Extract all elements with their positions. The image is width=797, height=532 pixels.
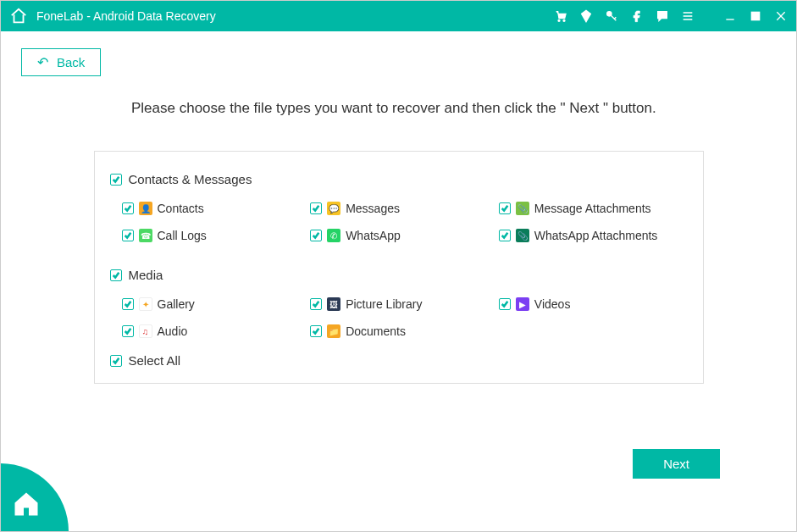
whatsapp-icon: ✆ [327, 229, 340, 242]
checkbox[interactable] [122, 298, 134, 310]
app-logo-icon [9, 7, 28, 25]
maximize-icon[interactable] [749, 9, 762, 23]
cart-icon[interactable] [554, 9, 567, 23]
checkbox[interactable] [499, 202, 511, 214]
item-audio[interactable]: ♫ Audio [122, 324, 311, 338]
svg-rect-6 [751, 12, 759, 19]
item-label: Picture Library [346, 297, 422, 311]
checkbox[interactable] [122, 325, 134, 337]
checkbox[interactable] [310, 230, 322, 241]
back-arrow-icon: ↶ [37, 54, 48, 70]
item-documents[interactable]: 📁 Documents [310, 324, 499, 338]
item-label: Messages [346, 202, 400, 215]
checkbox[interactable] [310, 202, 322, 214]
item-message-attachments[interactable]: 📎 Message Attachments [499, 202, 688, 215]
app-window: FoneLab - Android Data Recovery ↶ Back P… [0, 0, 797, 532]
item-label: Call Logs [158, 229, 207, 242]
checkbox[interactable] [499, 230, 511, 241]
titlebar-icons [554, 9, 788, 23]
audio-icon: ♫ [139, 324, 152, 338]
item-messages[interactable]: 💬 Messages [310, 202, 499, 215]
item-label: WhatsApp Attachments [534, 229, 658, 242]
documents-icon: 📁 [327, 324, 340, 338]
item-label: Audio [158, 324, 188, 338]
titlebar: FoneLab - Android Data Recovery [1, 1, 796, 31]
checkbox[interactable] [499, 298, 511, 310]
item-label: Documents [346, 324, 406, 338]
item-label: Videos [534, 297, 571, 311]
section-media-title: Media [129, 268, 163, 282]
svg-point-4 [662, 14, 663, 15]
diamond-icon[interactable] [579, 9, 593, 23]
key-icon[interactable] [605, 9, 618, 23]
section-contacts-header[interactable]: Contacts & Messages [110, 172, 688, 186]
item-label: Message Attachments [534, 202, 651, 215]
contacts-row-2: ☎ Call Logs ✆ WhatsApp 📎 WhatsApp Attach… [122, 229, 688, 242]
contacts-row-1: 👤 Contacts 💬 Messages 📎 Message Attachme… [122, 202, 688, 215]
item-contacts[interactable]: 👤 Contacts [122, 202, 311, 215]
msg-attach-icon: 📎 [516, 202, 529, 215]
checkbox-contacts-section[interactable] [110, 174, 122, 186]
svg-point-5 [665, 14, 666, 15]
checkbox-select-all[interactable] [110, 355, 122, 367]
feedback-icon[interactable] [656, 9, 669, 23]
app-title: FoneLab - Android Data Recovery [36, 9, 216, 23]
file-type-panel: Contacts & Messages 👤 Contacts 💬 Message… [94, 151, 704, 384]
checkbox[interactable] [310, 325, 322, 337]
item-label: WhatsApp [346, 229, 401, 242]
media-row-2: ♫ Audio 📁 Documents [122, 324, 688, 338]
item-gallery[interactable]: ✦ Gallery [122, 297, 311, 311]
back-label: Back [57, 55, 85, 69]
contacts-icon: 👤 [139, 202, 152, 215]
checkbox[interactable] [310, 298, 322, 310]
item-label: Contacts [158, 202, 204, 215]
content-area: ↶ Back Please choose the file types you … [1, 31, 796, 531]
gallery-icon: ✦ [139, 297, 152, 311]
select-all-row[interactable]: Select All [110, 353, 688, 368]
messages-icon: 💬 [327, 202, 340, 215]
item-call-logs[interactable]: ☎ Call Logs [122, 229, 311, 242]
section-contacts-title: Contacts & Messages [129, 172, 252, 186]
instruction-text: Please choose the file types you want to… [131, 100, 776, 117]
videos-icon: ▶ [516, 297, 529, 311]
whatsapp-attach-icon: 📎 [516, 229, 529, 242]
call-logs-icon: ☎ [139, 229, 152, 242]
menu-icon[interactable] [681, 9, 695, 23]
checkbox[interactable] [122, 202, 134, 214]
next-label: Next [663, 457, 689, 471]
home-fab[interactable] [1, 463, 69, 531]
item-picture-library[interactable]: 🖼 Picture Library [310, 297, 499, 311]
section-media-header[interactable]: Media [110, 268, 688, 282]
svg-point-2 [607, 12, 612, 16]
media-row-1: ✦ Gallery 🖼 Picture Library ▶ Videos [122, 297, 688, 311]
item-videos[interactable]: ▶ Videos [499, 297, 688, 311]
checkbox-media-section[interactable] [110, 269, 122, 281]
home-icon [11, 489, 42, 519]
svg-point-0 [558, 19, 560, 21]
item-label: Gallery [158, 297, 195, 311]
close-icon[interactable] [774, 9, 788, 23]
select-all-label: Select All [129, 353, 181, 368]
svg-point-1 [563, 19, 565, 21]
svg-point-3 [660, 14, 661, 15]
item-whatsapp-attachments[interactable]: 📎 WhatsApp Attachments [499, 229, 688, 242]
item-whatsapp[interactable]: ✆ WhatsApp [310, 229, 499, 242]
next-button[interactable]: Next [633, 449, 720, 479]
picture-library-icon: 🖼 [327, 297, 340, 311]
facebook-icon[interactable] [630, 9, 644, 23]
back-button[interactable]: ↶ Back [21, 48, 101, 76]
checkbox[interactable] [122, 230, 134, 241]
minimize-icon[interactable] [723, 9, 737, 23]
